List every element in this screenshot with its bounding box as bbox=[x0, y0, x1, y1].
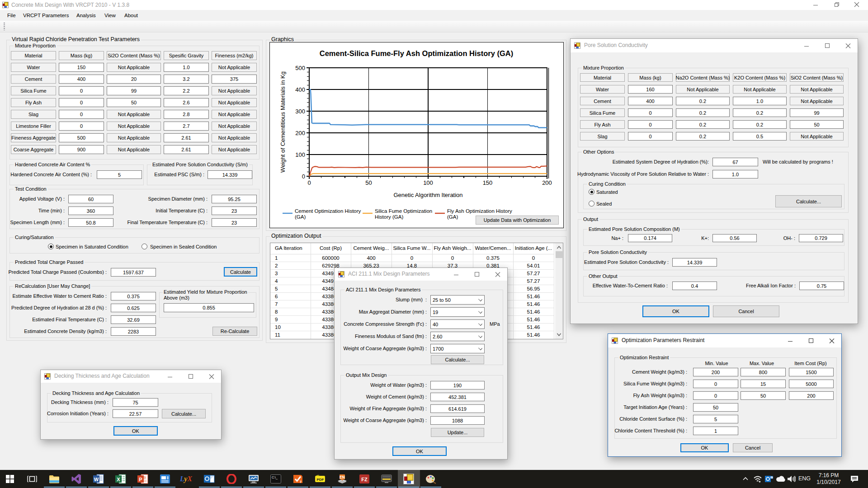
svg-text:Cement-Silica Fume-Fly Ash Opt: Cement-Silica Fume-Fly Ash Optimization … bbox=[320, 49, 513, 57]
svg-text:Silica Fume Optimization: Silica Fume Optimization bbox=[375, 208, 432, 214]
svg-text:(GA): (GA) bbox=[295, 214, 306, 220]
svg-text:History (GA): History (GA) bbox=[375, 214, 403, 220]
svg-text:P: P bbox=[139, 477, 142, 482]
svg-text:300: 300 bbox=[295, 108, 305, 115]
svg-text:500: 500 bbox=[295, 65, 305, 71]
svg-text:Genetic Algorithm Iteration: Genetic Algorithm Iteration bbox=[393, 192, 462, 198]
svg-text:PDF: PDF bbox=[317, 478, 324, 482]
svg-text:7: 7 bbox=[300, 480, 302, 483]
svg-text:Cement Optimization History: Cement Optimization History bbox=[295, 208, 361, 214]
svg-text:50: 50 bbox=[365, 179, 372, 186]
svg-text:200: 200 bbox=[295, 130, 305, 136]
svg-text:Weight of Cementitious Materia: Weight of Cementitious Materials in Kg bbox=[279, 71, 286, 173]
svg-text:C:\_: C:\_ bbox=[272, 476, 278, 479]
svg-text:0: 0 bbox=[307, 179, 311, 186]
svg-text:100: 100 bbox=[295, 151, 305, 158]
svg-text:W: W bbox=[94, 477, 99, 482]
svg-text:200: 200 bbox=[542, 179, 552, 186]
svg-text:EN: EN bbox=[340, 475, 345, 479]
svg-text:0: 0 bbox=[302, 173, 305, 180]
svg-text:400: 400 bbox=[295, 86, 305, 93]
svg-text:150: 150 bbox=[483, 179, 493, 186]
svg-text:(GA): (GA) bbox=[447, 214, 458, 220]
svg-text:100: 100 bbox=[423, 179, 433, 186]
svg-text:Fly Ash Optimization History: Fly Ash Optimization History bbox=[447, 208, 512, 214]
svg-text:FZ: FZ bbox=[361, 477, 368, 482]
svg-text:X: X bbox=[117, 477, 120, 482]
